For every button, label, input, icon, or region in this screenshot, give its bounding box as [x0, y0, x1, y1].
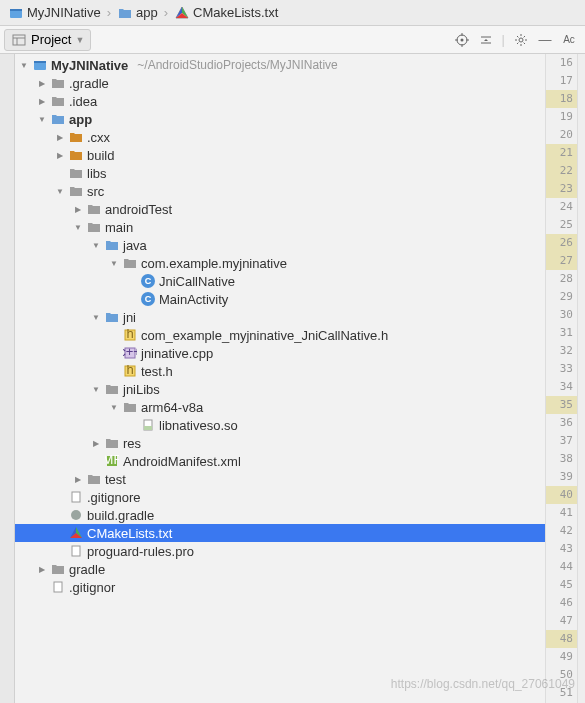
gradle-icon	[68, 507, 84, 523]
bc-sep: ›	[107, 5, 111, 20]
expand-arrow[interactable]: ▼	[109, 259, 119, 268]
node-label: libnativeso.so	[159, 418, 238, 433]
tree-node[interactable]: ▶gradle	[15, 560, 545, 578]
line-number: 27	[546, 252, 577, 270]
tree-node[interactable]: .gitignor	[15, 578, 545, 596]
expand-arrow[interactable]: ▼	[55, 187, 65, 196]
tree-node[interactable]: ▼com.example.myjninative	[15, 254, 545, 272]
tree-node[interactable]: ▼jni	[15, 308, 545, 326]
svg-rect-31	[72, 492, 80, 502]
project-tree[interactable]: ▼MyJNINative~/AndroidStudioProjects/MyJN…	[15, 54, 545, 703]
line-number: 17	[546, 72, 577, 90]
node-label: test.h	[141, 364, 173, 379]
folderG-icon	[104, 381, 120, 397]
node-path: ~/AndroidStudioProjects/MyJNINative	[137, 58, 337, 72]
tree-node[interactable]: ▼app	[15, 110, 545, 128]
so-icon	[140, 417, 156, 433]
tree-node[interactable]: ▼main	[15, 218, 545, 236]
line-number: 50	[546, 666, 577, 684]
line-number: 39	[546, 468, 577, 486]
line-number: 51	[546, 684, 577, 702]
minimize-icon[interactable]: —	[537, 32, 553, 48]
tree-node[interactable]: ▶.gradle	[15, 74, 545, 92]
collapse-icon[interactable]	[478, 32, 494, 48]
line-number: 21	[546, 144, 577, 162]
tree-node[interactable]: ▶androidTest	[15, 200, 545, 218]
expand-arrow[interactable]: ▶	[55, 133, 65, 142]
expand-arrow[interactable]: ▼	[91, 241, 101, 250]
tree-node[interactable]: htest.h	[15, 362, 545, 380]
folderO-icon	[68, 147, 84, 163]
expand-arrow[interactable]: ▼	[91, 385, 101, 394]
target-icon[interactable]	[454, 32, 470, 48]
file-icon	[68, 543, 84, 559]
left-tool-tabs[interactable]	[0, 54, 15, 703]
cmake-icon	[68, 525, 84, 541]
tree-node[interactable]: libs	[15, 164, 545, 182]
folder-icon	[117, 5, 133, 21]
expand-arrow[interactable]: ▶	[37, 79, 47, 88]
node-label: libs	[87, 166, 107, 181]
tree-node[interactable]: ▶test	[15, 470, 545, 488]
tree-node[interactable]: CMainActivity	[15, 290, 545, 308]
expand-arrow[interactable]: ▼	[73, 223, 83, 232]
divider: |	[502, 32, 505, 48]
chevron-down-icon: ▼	[75, 35, 84, 45]
svg-rect-1	[10, 9, 22, 11]
tree-node[interactable]: ▼java	[15, 236, 545, 254]
folderO-icon	[68, 129, 84, 145]
node-label: app	[69, 112, 92, 127]
bc-app[interactable]: app	[113, 5, 162, 21]
tree-node[interactable]: MFAndroidManifest.xml	[15, 452, 545, 470]
tree-node[interactable]: ▶build	[15, 146, 545, 164]
bc-cmake[interactable]: CMakeLists.txt	[170, 5, 282, 21]
folderB-icon	[104, 237, 120, 253]
expand-arrow[interactable]: ▶	[73, 475, 83, 484]
folderG-icon	[50, 75, 66, 91]
tree-node[interactable]: proguard-rules.pro	[15, 542, 545, 560]
bc-project[interactable]: MyJNINative	[4, 5, 105, 21]
line-number: 45	[546, 576, 577, 594]
folderB-icon	[50, 111, 66, 127]
expand-arrow[interactable]: ▶	[55, 151, 65, 160]
line-number: 26	[546, 234, 577, 252]
line-gutter: 1617181920212223242526272829303132333435…	[545, 54, 577, 703]
cmake-icon	[174, 5, 190, 21]
node-label: proguard-rules.pro	[87, 544, 194, 559]
expand-arrow[interactable]: ▼	[109, 403, 119, 412]
tree-node[interactable]: CMakeLists.txt	[15, 524, 545, 542]
tree-node[interactable]: ▼src	[15, 182, 545, 200]
svg-text:MF: MF	[105, 454, 119, 467]
tree-node[interactable]: ▶.idea	[15, 92, 545, 110]
tree-node[interactable]: ▼arm64-v8a	[15, 398, 545, 416]
node-label: MainActivity	[159, 292, 228, 307]
tree-node[interactable]: ▶.cxx	[15, 128, 545, 146]
expand-arrow[interactable]: ▶	[37, 565, 47, 574]
tree-node[interactable]: .gitignore	[15, 488, 545, 506]
line-number: 48	[546, 630, 577, 648]
project-dropdown[interactable]: Project ▼	[4, 29, 91, 51]
expand-arrow[interactable]: ▶	[91, 439, 101, 448]
gear-icon[interactable]	[513, 32, 529, 48]
tree-node[interactable]: libnativeso.so	[15, 416, 545, 434]
tree-node[interactable]: ▼jniLibs	[15, 380, 545, 398]
node-label: build.gradle	[87, 508, 154, 523]
expand-arrow[interactable]: ▼	[19, 61, 29, 70]
tree-node[interactable]: build.gradle	[15, 506, 545, 524]
tree-node[interactable]: ▶res	[15, 434, 545, 452]
expand-arrow[interactable]: ▼	[91, 313, 101, 322]
action-icon[interactable]: Ac	[561, 32, 577, 48]
expand-arrow[interactable]: ▶	[73, 205, 83, 214]
tree-node[interactable]: c++jninative.cpp	[15, 344, 545, 362]
node-label: .gradle	[69, 76, 109, 91]
tree-node[interactable]: ▼MyJNINative~/AndroidStudioProjects/MyJN…	[15, 56, 545, 74]
tree-node[interactable]: CJniCallNative	[15, 272, 545, 290]
node-label: gradle	[69, 562, 105, 577]
module-icon	[32, 57, 48, 73]
project-label: Project	[31, 32, 71, 47]
node-label: MyJNINative	[51, 58, 128, 73]
tree-node[interactable]: hcom_example_myjninative_JniCallNative.h	[15, 326, 545, 344]
expand-arrow[interactable]: ▶	[37, 97, 47, 106]
expand-arrow[interactable]: ▼	[37, 115, 47, 124]
node-label: .cxx	[87, 130, 110, 145]
